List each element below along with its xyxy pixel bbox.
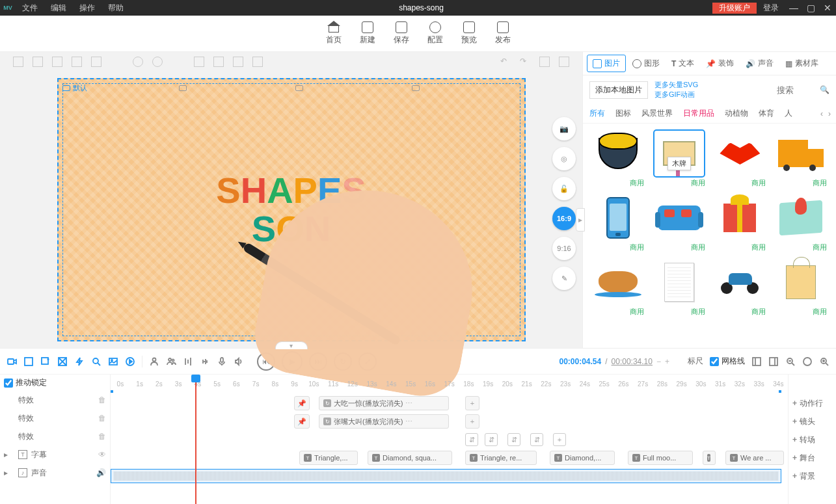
mic-icon[interactable]	[217, 356, 227, 367]
more-gif-link[interactable]: 更多GIF动画	[654, 90, 698, 99]
login-button[interactable]: 登录	[757, 3, 785, 14]
clip-more-icon[interactable]: ⋯	[405, 418, 412, 426]
subtitle-clip[interactable]: TDiamond, squa...	[368, 451, 452, 465]
tab-decor[interactable]: 📌装饰	[701, 55, 739, 72]
layer-icon[interactable]	[252, 57, 263, 67]
cat-icons[interactable]: 图标	[615, 108, 631, 119]
asset-search-input[interactable]	[777, 85, 816, 95]
layer-icon[interactable]	[213, 57, 224, 67]
asset-gift[interactable]: 商用	[712, 194, 769, 252]
asset-sofa[interactable]: 商用	[651, 194, 708, 252]
tool-config[interactable]: 配置	[427, 21, 443, 46]
tab-image[interactable]: 图片	[587, 55, 626, 72]
edit-button[interactable]: ✎	[552, 267, 576, 290]
tab-text[interactable]: T文本	[666, 55, 699, 72]
trash-icon[interactable]: 🗑	[98, 432, 106, 441]
asset-lips[interactable]: 商用	[712, 130, 769, 188]
time-ruler[interactable]: 0s1s2s3s4s5s6s7s8s9s10s11s12s13s14s15s16…	[111, 375, 788, 389]
tool-save[interactable]: 保存	[394, 21, 409, 46]
people-icon[interactable]	[166, 356, 176, 367]
add-scene-icon[interactable]	[40, 356, 51, 367]
maximize-button[interactable]: ▢	[802, 3, 819, 13]
delete-icon[interactable]	[559, 57, 569, 67]
align-icon[interactable]	[13, 57, 23, 67]
zoom-reset-icon[interactable]	[802, 356, 813, 367]
bounds-out-icon[interactable]	[768, 356, 779, 367]
rotate-icon[interactable]	[152, 57, 163, 67]
play-small-icon[interactable]	[125, 356, 135, 367]
tool-publish[interactable]: 发布	[495, 21, 511, 46]
asset-paper[interactable]: 商用	[651, 259, 708, 317]
audio-track[interactable]	[111, 467, 788, 486]
cat-sports[interactable]: 体育	[759, 108, 774, 119]
layer-icon[interactable]	[194, 57, 204, 67]
subtitle-clip[interactable]: TTriangle,...	[299, 451, 358, 465]
track-header-fx[interactable]: 特效🗑	[0, 427, 110, 445]
tracks-area[interactable]: 0s1s2s3s4s5s6s7s8s9s10s11s12s13s14s15s16…	[111, 375, 788, 504]
undo-icon[interactable]: ↶	[500, 57, 511, 67]
fx-clip[interactable]: ↻张嘴大叫(播放完消失)⋯	[319, 414, 449, 429]
canvas-stage[interactable]: 默认 SHAPES SON 📷 ◎ 🔓 16:9 9:16	[0, 72, 582, 348]
add-clip-button[interactable]: +	[465, 414, 479, 429]
zoom-icon[interactable]	[91, 356, 101, 367]
capture-button[interactable]: 📷	[552, 117, 576, 140]
add-action-row[interactable]: +动作行	[789, 394, 836, 412]
track-header-fx[interactable]: 特效🗑	[0, 391, 110, 409]
cat-people[interactable]: 人	[785, 108, 792, 119]
asset-sign[interactable]: 木牌商用	[651, 130, 708, 188]
close-button[interactable]: ✕	[819, 3, 836, 13]
layer-icon[interactable]	[233, 57, 243, 67]
panel-expand-handle[interactable]: ▸	[576, 208, 585, 232]
menu-file[interactable]: 文件	[16, 3, 44, 14]
speaker-icon[interactable]	[234, 356, 244, 367]
bounds-in-icon[interactable]	[751, 356, 762, 367]
asset-bag[interactable]: 商用	[772, 259, 829, 317]
record-icon[interactable]	[7, 356, 17, 367]
stage-tray-toggle[interactable]: ▾	[275, 341, 308, 349]
menu-action[interactable]: 操作	[73, 3, 101, 14]
add-background-row[interactable]: +背景	[789, 467, 836, 485]
trash-icon[interactable]: 🗑	[98, 414, 106, 423]
audio-clip[interactable]	[111, 469, 781, 483]
zoom-out-icon[interactable]	[785, 356, 796, 367]
tab-sound[interactable]: 🔊声音	[740, 55, 779, 72]
track-header-audio[interactable]: ▸♪声音🔊	[0, 464, 110, 482]
menu-edit[interactable]: 编辑	[44, 3, 73, 14]
lock-button[interactable]: 🔓	[552, 177, 576, 200]
asset-map[interactable]: 商用	[772, 194, 829, 252]
cat-prev[interactable]: ‹	[819, 109, 824, 118]
subtitle-track[interactable]: TTriangle,...TDiamond, squa...TTriangle,…	[111, 449, 788, 467]
clip-more-icon[interactable]: ⋯	[405, 399, 412, 408]
tab-library[interactable]: ▦素材库	[780, 55, 824, 72]
person-icon[interactable]	[149, 356, 159, 367]
grid-checkbox[interactable]: 网格线	[710, 356, 745, 367]
asset-truck[interactable]: 商用	[772, 130, 829, 188]
cat-scenery[interactable]: 风景世界	[641, 108, 673, 119]
marker[interactable]: ⇵	[485, 433, 498, 446]
fx-clip[interactable]: ↻大吃一惊(播放完消失)⋯	[319, 396, 449, 410]
add-transition-row[interactable]: +转场	[789, 431, 836, 449]
add-local-image-button[interactable]: 添加本地图片	[589, 81, 648, 99]
asset-motorcycle[interactable]: 商用	[712, 259, 769, 317]
rotate-icon[interactable]	[133, 57, 143, 67]
pin-marker[interactable]: 📌	[294, 414, 310, 429]
fx-track[interactable]: ⇵ ⇵ ⇵ ⇵ +	[111, 431, 788, 449]
dur-plus[interactable]: +	[665, 357, 669, 366]
cat-all[interactable]: 所有	[589, 108, 605, 119]
speaker-icon[interactable]: 🔊	[96, 468, 106, 477]
align-icon[interactable]	[72, 57, 82, 67]
pin-marker[interactable]: 📌	[294, 396, 310, 410]
track-header-subtitle[interactable]: ▸T字幕👁	[0, 445, 110, 464]
eye-icon[interactable]: 👁	[98, 450, 106, 459]
align-icon[interactable]	[91, 57, 101, 67]
upgrade-button[interactable]: 升级账户	[712, 3, 757, 14]
subtitle-clip[interactable]: TTriangle, re...	[465, 451, 537, 465]
add-camera-row[interactable]: +镜头	[789, 412, 836, 431]
flash-icon[interactable]	[74, 356, 85, 367]
cat-daily[interactable]: 日常用品	[683, 108, 714, 119]
menu-help[interactable]: 帮助	[101, 3, 130, 14]
track-header-fx[interactable]: 特效🗑	[0, 409, 110, 427]
range-selection[interactable]	[111, 390, 781, 393]
search-icon[interactable]: 🔍	[820, 85, 829, 94]
aspect-9-16-button[interactable]: 9:16	[552, 237, 576, 260]
